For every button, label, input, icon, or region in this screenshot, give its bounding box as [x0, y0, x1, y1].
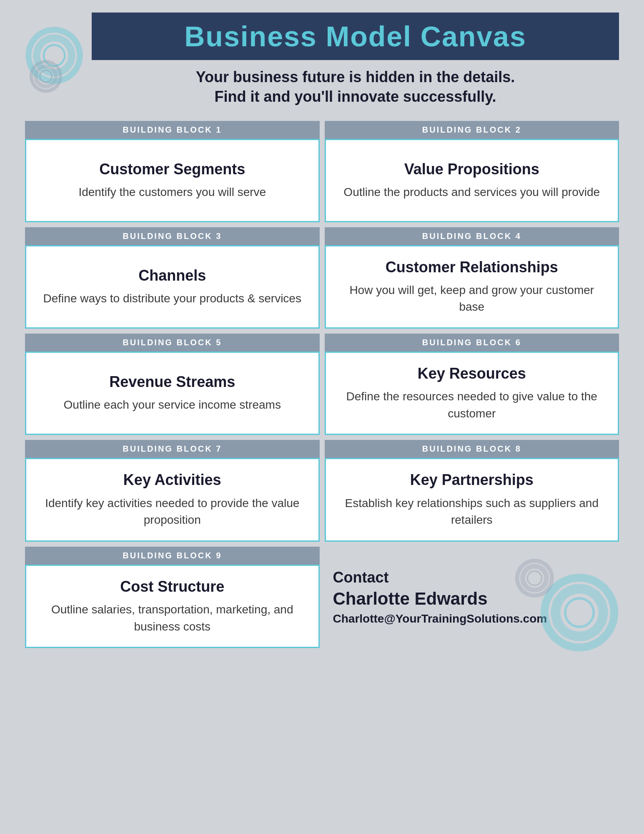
svg-point-7 [556, 589, 603, 636]
block-7-container: BUILDING BLOCK 7 Key Activities Identify… [25, 440, 320, 541]
block-1-header: BUILDING BLOCK 1 [25, 121, 320, 139]
block-8-header: BUILDING BLOCK 8 [325, 440, 619, 458]
block-7-header: BUILDING BLOCK 7 [25, 440, 320, 458]
block-2-container: BUILDING BLOCK 2 Value Propositions Outl… [325, 121, 619, 222]
block-4-container: BUILDING BLOCK 4 Customer Relationships … [325, 227, 619, 329]
block-9-col: BUILDING BLOCK 9 Cost Structure Outline … [25, 547, 320, 648]
canvas-grid: BUILDING BLOCK 1 Customer Segments Ident… [25, 121, 619, 542]
block-7-title: Key Activities [123, 471, 221, 489]
block-4-header: BUILDING BLOCK 4 [325, 227, 619, 245]
block-6-content: Key Resources Define the resources neede… [325, 352, 619, 435]
block-6-desc: Define the resources needed to give valu… [336, 388, 608, 422]
block-2-header: BUILDING BLOCK 2 [325, 121, 619, 139]
block-5-title: Revenue Streams [109, 373, 235, 391]
gear-left-container [25, 26, 92, 93]
block-2-content: Value Propositions Outline the products … [325, 139, 619, 222]
block-3-header: BUILDING BLOCK 3 [25, 227, 320, 245]
block-1-title: Customer Segments [99, 160, 245, 178]
block-5-header: BUILDING BLOCK 5 [25, 334, 320, 352]
header: Business Model Canvas Your business futu… [25, 0, 619, 111]
block-4-content: Customer Relationships How you will get,… [325, 245, 619, 329]
svg-point-3 [40, 70, 52, 82]
subtitle-line2: Find it and you'll innovate successfully… [92, 87, 619, 107]
subtitle-line1: Your business future is hidden in the de… [92, 68, 619, 87]
block-9-content: Cost Structure Outline salaries, transpo… [25, 565, 320, 648]
title-banner: Business Model Canvas [92, 13, 619, 60]
main-title: Business Model Canvas [108, 20, 602, 53]
block-6-header: BUILDING BLOCK 6 [325, 334, 619, 352]
subtitle: Your business future is hidden in the de… [92, 68, 619, 107]
svg-point-6 [565, 598, 594, 627]
page-wrapper: Business Model Canvas Your business futu… [0, 0, 644, 834]
block-5-container: BUILDING BLOCK 5 Revenue Streams Outline… [25, 334, 320, 435]
gear-small-left-icon [29, 60, 63, 93]
block-7-desc: Identify key activities needed to provid… [36, 495, 308, 529]
block-3-desc: Define ways to distribute your products … [43, 290, 301, 307]
bottom-row: BUILDING BLOCK 9 Cost Structure Outline … [25, 547, 619, 648]
block-9-header: BUILDING BLOCK 9 [25, 547, 320, 565]
block-4-title: Customer Relationships [386, 258, 558, 276]
block-8-desc: Establish key relationships such as supp… [336, 495, 608, 529]
block-7-content: Key Activities Identify key activities n… [25, 458, 320, 541]
block-1-container: BUILDING BLOCK 1 Customer Segments Ident… [25, 121, 320, 222]
contact-col: Contact Charlotte Edwards Charlotte@Your… [325, 547, 619, 648]
block-5-desc: Outline each your service income streams [64, 397, 281, 414]
block-6-container: BUILDING BLOCK 6 Key Resources Define th… [325, 334, 619, 435]
gear-small-right-icon [515, 558, 554, 598]
block-3-content: Channels Define ways to distribute your … [25, 245, 320, 329]
svg-point-10 [523, 566, 546, 590]
block-1-content: Customer Segments Identify the customers… [25, 139, 320, 222]
block-9-desc: Outline salaries, transportation, market… [36, 601, 308, 635]
block-3-title: Channels [138, 266, 206, 284]
block-3-container: BUILDING BLOCK 3 Channels Define ways to… [25, 227, 320, 329]
svg-point-4 [36, 66, 56, 86]
svg-point-9 [527, 571, 541, 585]
block-2-desc: Outline the products and services you wi… [343, 184, 600, 201]
block-6-title: Key Resources [418, 364, 526, 382]
block-4-desc: How you will get, keep and grow your cus… [336, 282, 608, 316]
block-1-desc: Identify the customers you will serve [78, 184, 266, 201]
block-2-title: Value Propositions [404, 160, 539, 178]
block-5-content: Revenue Streams Outline each your servic… [25, 352, 320, 435]
block-9-title: Cost Structure [120, 578, 224, 595]
block-8-container: BUILDING BLOCK 8 Key Partnerships Establ… [325, 440, 619, 541]
block-8-content: Key Partnerships Establish key relations… [325, 458, 619, 541]
title-section: Business Model Canvas Your business futu… [92, 13, 619, 107]
gear-right-container [527, 560, 619, 652]
block-8-title: Key Partnerships [410, 471, 534, 489]
